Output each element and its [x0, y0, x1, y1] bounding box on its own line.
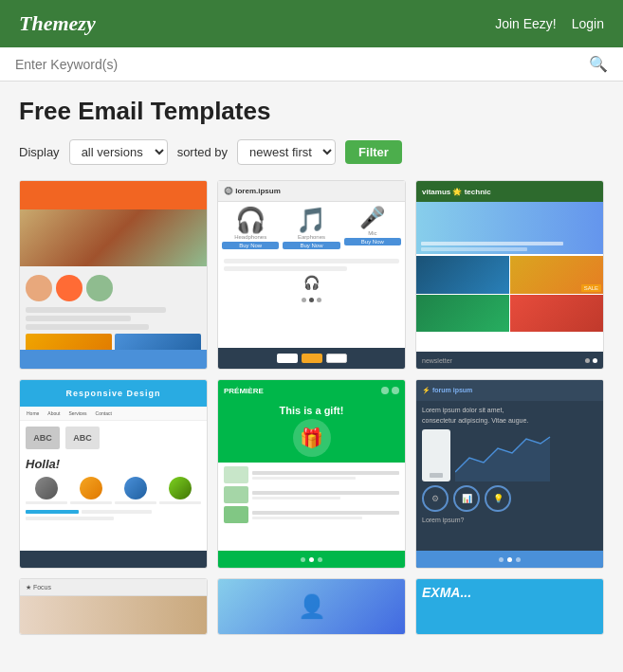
template-thumb-partial-2: 👤	[218, 579, 405, 634]
template-thumb-1	[20, 181, 207, 369]
search-input[interactable]	[15, 57, 589, 72]
site-logo: Themezy	[19, 11, 96, 36]
search-bar: 🔍	[0, 47, 623, 82]
template-card-partial-1[interactable]: ★ Focus	[19, 578, 208, 635]
template-thumb-6: ⚡ forum ipsum Lorem ipsum dolor sit amet…	[416, 380, 603, 568]
template-thumb-partial-1: ★ Focus	[20, 579, 207, 634]
page-title: Free Email Templates	[19, 97, 604, 126]
site-header: Themezy Join Eezy! Login	[0, 0, 623, 47]
header-nav: Join Eezy! Login	[495, 16, 604, 31]
sort-select[interactable]: newest first	[237, 139, 336, 165]
search-icon[interactable]: 🔍	[589, 55, 608, 73]
template-card-partial-3[interactable]: EXMA...	[415, 578, 604, 635]
template-thumb-partial-3: EXMA...	[416, 579, 603, 634]
chart-svg	[455, 429, 597, 481]
template-thumb-2: 🔘 lorem.ipsum 🎧 Headphones Buy Now 🎵 Ear…	[218, 181, 405, 369]
display-select[interactable]: all versions	[69, 139, 168, 165]
template-card-4[interactable]: Responsive Design Home About Services Co…	[19, 379, 208, 569]
display-label: Display	[19, 145, 60, 159]
template-card-5[interactable]: PRÉMIÈRE This is a gift! 🎁	[217, 379, 406, 569]
filter-button[interactable]: Filter	[345, 140, 402, 164]
template-card-3[interactable]: vitamus 🌟 technic SALE	[415, 180, 604, 370]
template-card-2[interactable]: 🔘 lorem.ipsum 🎧 Headphones Buy Now 🎵 Ear…	[217, 180, 406, 370]
template-thumb-3: vitamus 🌟 technic SALE	[416, 181, 603, 369]
template-grid: 🔘 lorem.ipsum 🎧 Headphones Buy Now 🎵 Ear…	[19, 180, 604, 635]
template-card-partial-2[interactable]: 👤	[217, 578, 406, 635]
template-card-1[interactable]	[19, 180, 208, 370]
login-link[interactable]: Login	[572, 16, 604, 31]
join-link[interactable]: Join Eezy!	[495, 16, 557, 31]
template-thumb-5: PRÉMIÈRE This is a gift! 🎁	[218, 380, 405, 568]
template-card-6[interactable]: ⚡ forum ipsum Lorem ipsum dolor sit amet…	[415, 379, 604, 569]
filter-controls: Display all versions sorted by newest fi…	[19, 139, 604, 165]
sorted-label: sorted by	[177, 145, 228, 159]
template-thumb-4: Responsive Design Home About Services Co…	[20, 380, 207, 568]
main-content: Free Email Templates Display all version…	[0, 82, 623, 650]
